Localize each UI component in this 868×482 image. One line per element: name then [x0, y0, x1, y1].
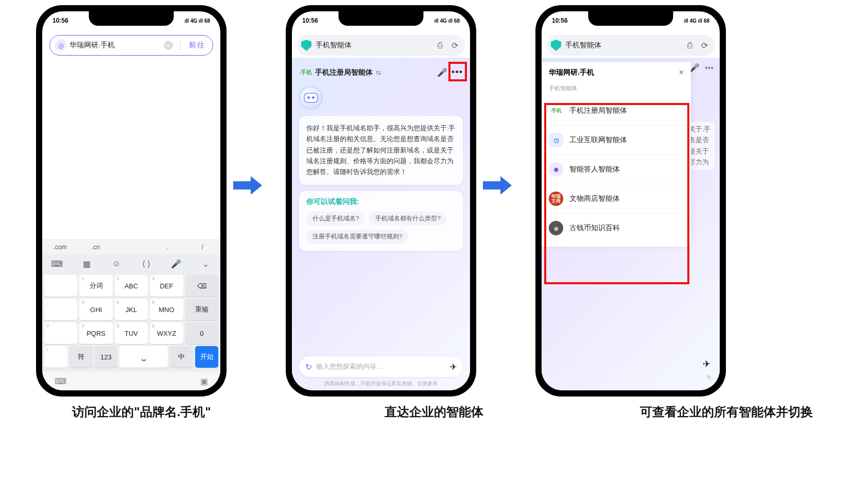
- search-bar[interactable]: 手机智能体 ⎙ ⟳: [297, 35, 465, 56]
- bg-hint-0: 关于.手: [689, 124, 711, 135]
- status-indicators: ıll 4G ıll 68: [684, 18, 709, 24]
- key-1-3[interactable]: 6MNO: [150, 299, 183, 320]
- phone-notch: [89, 11, 174, 26]
- tld-dot[interactable]: .: [149, 239, 185, 254]
- key-3-0[interactable]: !: [44, 346, 67, 368]
- panel-header: 华瑞网研.手机 ×: [542, 62, 691, 82]
- address-text[interactable]: 华瑞网研.手机: [70, 41, 164, 50]
- phone-1-blank: [42, 59, 220, 239]
- tld-slash[interactable]: /: [185, 239, 220, 254]
- panel-title: 华瑞网研.手机: [549, 68, 594, 77]
- kbd-tool-2[interactable]: ☺: [101, 259, 131, 268]
- refresh-icon[interactable]: ↻: [305, 362, 312, 372]
- key-0-2[interactable]: 2ABC: [115, 275, 148, 297]
- address-bar[interactable]: ◎ 华瑞网研.手机 × 前往: [49, 35, 213, 56]
- keyboard-bottom-bar: ⌨ ▣: [42, 372, 220, 390]
- key-1-2[interactable]: 5JKL: [115, 299, 148, 320]
- key-2-2[interactable]: 8TUV: [115, 322, 148, 344]
- key-2-3[interactable]: 9WXYZ: [150, 322, 183, 344]
- bookmark-icon[interactable]: ⎙: [434, 39, 446, 51]
- more-icon[interactable]: •••: [705, 63, 714, 73]
- status-indicators: ıll 4G ıll 68: [435, 18, 460, 24]
- chat-input-placeholder: 输入您想探索的内容...: [316, 362, 450, 371]
- tld-cn[interactable]: .cn: [78, 239, 113, 254]
- ai-disclaimer: 内容由AI生成，不能完全保证真实准确，仅供参考: [299, 380, 463, 387]
- phone-3-body: 手机智能体 ⎙ ⟳ 🎤 ••• 关于.手 名是否 是关于 尽力为 华瑞网研.手: [542, 11, 720, 390]
- address-app-icon: ◎: [55, 40, 66, 51]
- agent-item-2[interactable]: ⬢智能答人智能体: [542, 155, 691, 184]
- bg-hint-3: 尽力为: [689, 157, 711, 168]
- mic-icon[interactable]: 🎤: [437, 67, 447, 77]
- key-3-1[interactable]: 符: [70, 346, 93, 368]
- chat-input[interactable]: ↻ 输入您想探索的内容... ✈: [299, 356, 463, 377]
- kbd-tool-4[interactable]: 🎤: [161, 259, 191, 269]
- keyboard-collapse-icon[interactable]: ⌨: [55, 376, 66, 386]
- reload-icon[interactable]: ⟳: [448, 39, 461, 51]
- suggestion-chip-1[interactable]: 手机域名都有什么类型?: [369, 212, 446, 226]
- agent-item-4[interactable]: ◉古钱币知识百科: [542, 214, 691, 243]
- key-0-3[interactable]: 3DEF: [150, 275, 183, 297]
- bot-avatar: [299, 86, 323, 110]
- kbd-tool-3[interactable]: ⟨ ⟩: [131, 259, 161, 269]
- key-2-4[interactable]: 0: [185, 322, 218, 344]
- key-3-3[interactable]: ␣: [119, 346, 168, 368]
- key-1-0[interactable]: 。: [44, 299, 77, 320]
- kbd-tool-5[interactable]: ⌄: [190, 259, 220, 269]
- tld-suggestion-row: .com .cn . /: [42, 239, 220, 254]
- kbd-tool-0[interactable]: ⌨: [42, 259, 72, 269]
- keyboard-menu-icon[interactable]: ▣: [200, 376, 208, 386]
- svg-marker-1: [483, 176, 512, 195]
- swap-icon[interactable]: ⇆: [376, 69, 381, 76]
- shield-icon: [551, 40, 561, 51]
- agent-switcher-panel: 华瑞网研.手机 × 手机智能体 .手机手机注册局智能体◳工业互联网智能体⬢智能答…: [542, 62, 691, 247]
- bookmark-icon[interactable]: ⎙: [684, 39, 696, 51]
- key-0-0[interactable]: ,: [44, 275, 77, 297]
- tld-toggle[interactable]: [113, 239, 149, 254]
- background-action-row: 🎤 •••: [689, 63, 714, 73]
- suggestion-chip-0[interactable]: 什么是手机域名?: [306, 212, 365, 226]
- close-icon[interactable]: ×: [679, 68, 684, 77]
- agent-list: .手机手机注册局智能体◳工业互联网智能体⬢智能答人智能体华瑞文商文物商店智能体◉…: [542, 96, 691, 243]
- search-text[interactable]: 手机智能体: [316, 41, 432, 50]
- agent-logo: .手机: [299, 68, 312, 76]
- search-bar[interactable]: 手机智能体 ⎙ ⟳: [547, 35, 715, 56]
- chat-footer: ↻ 输入您想探索的内容... ✈ 内容由AI生成，不能完全保证真实准确，仅供参考: [292, 351, 470, 390]
- agent-item-1[interactable]: ◳工业互联网智能体: [542, 126, 691, 155]
- key-3-2[interactable]: 123: [95, 346, 118, 368]
- go-button[interactable]: 前往: [185, 41, 210, 50]
- key-1-4[interactable]: 重输: [185, 299, 218, 320]
- kbd-tool-1[interactable]: ▦: [72, 259, 102, 269]
- key-0-4[interactable]: ⌫: [185, 275, 218, 297]
- caption-2: 直达企业的智能体: [323, 404, 545, 420]
- reload-icon[interactable]: ⟳: [698, 39, 710, 51]
- agent-item-3[interactable]: 华瑞文商文物商店智能体: [542, 184, 691, 214]
- clear-icon[interactable]: ×: [164, 41, 173, 50]
- key-1-1[interactable]: 4GHI: [79, 299, 112, 320]
- key-3-4[interactable]: 中: [170, 346, 193, 368]
- search-text[interactable]: 手机智能体: [565, 41, 682, 50]
- status-indicators: ıll 4G ıll 68: [185, 18, 210, 24]
- shield-icon: [301, 40, 311, 51]
- status-time: 10:56: [53, 17, 68, 24]
- suggestion-chip-2[interactable]: 注册手机域名需要遵守哪些规则?: [306, 230, 408, 244]
- agent-item-0[interactable]: .手机手机注册局智能体: [542, 96, 691, 126]
- suggestion-chips: 什么是手机域名? 手机域名都有什么类型? 注册手机域名需要遵守哪些规则?: [306, 212, 456, 244]
- stage: 10:56 ıll 4G ıll 68 ◎ 华瑞网研.手机 × 前往 .com …: [0, 0, 868, 402]
- arrow-2: [483, 175, 512, 196]
- agent-label: 工业互联网智能体: [569, 135, 627, 145]
- key-2-1[interactable]: 7PQRS: [79, 322, 112, 344]
- key-2-0[interactable]: ?: [44, 322, 77, 344]
- phone-1: 10:56 ıll 4G ıll 68 ◎ 华瑞网研.手机 × 前往 .com …: [36, 5, 227, 397]
- suggestions-title: 你可以试着问我:: [306, 197, 456, 206]
- key-0-1[interactable]: 1分词: [79, 275, 112, 297]
- more-icon[interactable]: •••: [452, 67, 463, 78]
- mic-icon[interactable]: 🎤: [689, 63, 700, 73]
- key-3-5[interactable]: 开始: [195, 346, 218, 368]
- bg-hint-2: 是关于: [689, 146, 711, 157]
- address-divider: [180, 40, 181, 50]
- tld-com[interactable]: .com: [42, 239, 78, 254]
- send-icon[interactable]: ✈: [703, 358, 710, 370]
- send-icon[interactable]: ✈: [450, 362, 457, 372]
- agent-label: 智能答人智能体: [569, 165, 620, 174]
- phone-notch: [588, 11, 673, 26]
